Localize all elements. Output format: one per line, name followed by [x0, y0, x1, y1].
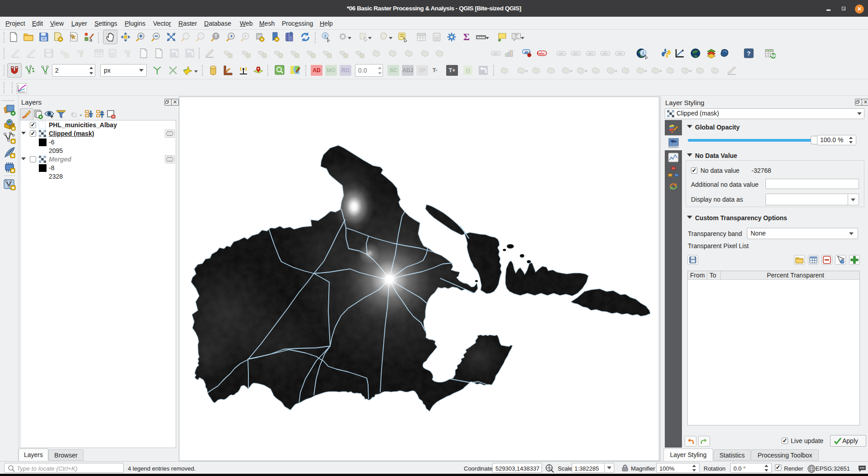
svg-text:Σ: Σ — [463, 32, 470, 42]
svg-text:a: a — [89, 37, 93, 42]
svg-text:abc: abc — [559, 52, 564, 55]
svg-text:!!: !! — [466, 67, 470, 74]
svg-text:abc: abc — [588, 52, 593, 55]
svg-text:abc: abc — [602, 52, 608, 55]
svg-text:?: ? — [841, 260, 843, 263]
svg-text:abc: abc — [617, 52, 623, 55]
svg-text:abc: abc — [539, 51, 545, 55]
svg-text:abc: abc — [493, 52, 499, 55]
svg-text:?: ? — [747, 50, 751, 57]
svg-text:ab: ab — [524, 51, 528, 54]
svg-text:T: T — [515, 34, 518, 38]
svg-text:1:1: 1:1 — [214, 35, 218, 38]
svg-text:abc: abc — [573, 52, 579, 55]
